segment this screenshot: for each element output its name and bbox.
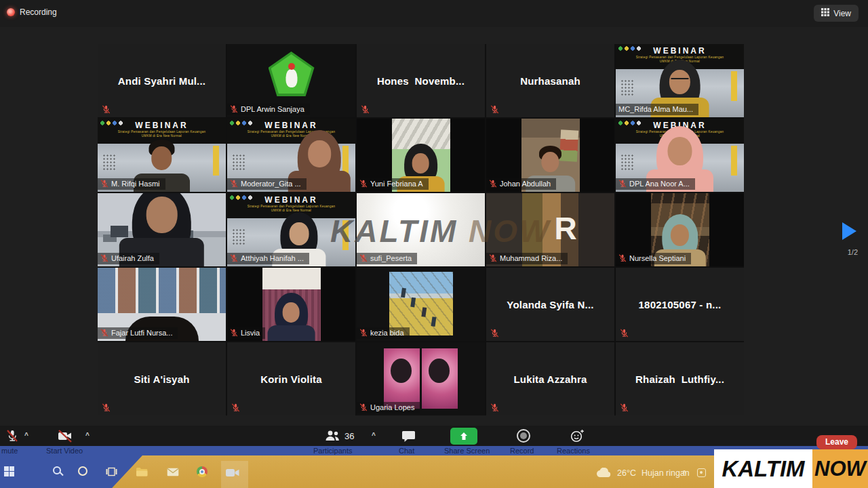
windows-logo-icon [4, 466, 14, 476]
participant-nameplate: Johan Abdullah [486, 178, 556, 190]
view-button[interactable]: View [814, 5, 859, 22]
participant-tile[interactable]: Nurhasanah [486, 44, 614, 117]
leave-button[interactable]: Leave [816, 435, 857, 449]
participant-nameplate: kezia bida [357, 327, 410, 339]
task-view-button[interactable] [106, 467, 117, 476]
participant-name: Lukita Azzahra [486, 342, 614, 415]
participant-tile[interactable]: WEBINAR Strategi Pemasaran dan Pengelola… [227, 119, 355, 192]
participant-tile[interactable]: Ufairah Zulfa [98, 193, 226, 266]
record-icon [517, 429, 530, 443]
tray-display-icon [697, 468, 706, 477]
muted-mic-icon [230, 254, 238, 262]
share-screen-button[interactable] [450, 428, 477, 445]
file-explorer-button[interactable] [136, 467, 148, 476]
meeting-topbar: Recording View [0, 0, 868, 27]
mail-button[interactable] [167, 468, 179, 476]
share-arrow-icon [459, 432, 469, 441]
tray-icon-button[interactable] [697, 468, 706, 477]
next-page-arrow[interactable] [842, 222, 856, 240]
record-button[interactable] [517, 429, 530, 443]
participant-tile[interactable]: Lukita Azzahra [486, 342, 614, 415]
participant-nameplate: M. Rifqi Hasmi [98, 178, 165, 190]
cortana-button[interactable] [78, 466, 87, 476]
participant-nameplate: Lisvia [227, 327, 265, 339]
participant-tile[interactable]: Nursella Septiani [616, 193, 744, 266]
webinar-dot-decor [620, 79, 634, 97]
participant-tile[interactable]: 1802105067 - n... [616, 268, 744, 341]
zoom-toolbar: ^ ^ 36 ^ 2 [0, 426, 868, 446]
mute-label: mute [1, 447, 18, 455]
participant-name: M. Rifqi Hasmi [111, 180, 160, 188]
participant-tile[interactable]: Hones Novemb... [357, 44, 485, 117]
task-view-icon [106, 467, 117, 476]
profile-photo [357, 348, 485, 409]
participants-label: Participants [313, 447, 352, 455]
participant-tile[interactable]: Johan Abdullah [486, 119, 614, 192]
participant-name: Atthiyah Hanifah ... [241, 254, 304, 262]
video-options-chevron[interactable]: ^ [85, 432, 90, 439]
participant-tile[interactable]: WEBINAR Strategi Pemasaran dan Pengelola… [616, 44, 744, 117]
participant-tile[interactable]: Andi Syahri Mul... [98, 44, 226, 117]
webinar-dot-decor [232, 228, 245, 246]
participant-name: Muhammad Riza... [500, 254, 562, 262]
muted-mic-icon [618, 254, 627, 262]
grid-view-icon [821, 8, 829, 18]
participant-tile[interactable]: Yolanda Syifa N... [486, 268, 614, 341]
mic-options-chevron[interactable]: ^ [24, 432, 28, 439]
muted-mic-icon [100, 329, 108, 337]
participant-tile[interactable]: DPL Arwin Sanjaya [227, 44, 355, 117]
reactions-label: Reactions [557, 447, 590, 455]
muted-mic-icon [618, 180, 627, 188]
reactions-button[interactable] [570, 428, 585, 443]
muted-mic-icon [361, 104, 370, 113]
muted-mic-icon [359, 254, 368, 262]
participant-name: MC_Rifda Alma Mau... [618, 105, 693, 113]
participant-tile[interactable]: sufi_Peserta [357, 193, 485, 266]
participant-tile[interactable]: WEBINAR Strategi Pemasaran dan Pengelola… [616, 119, 744, 192]
participant-tile[interactable]: Rhaizah Luthfiy... [616, 342, 744, 415]
participant-nameplate: Muhammad Riza... [486, 253, 568, 264]
participant-tile[interactable]: WEBINAR Strategi Pemasaran dan Pengelola… [98, 119, 226, 192]
cloud-icon [595, 468, 612, 478]
participant-tile[interactable]: Fajar Lutfi Nursa... [98, 268, 226, 341]
participant-name: Yuni Febriana A [370, 180, 423, 188]
participant-tile[interactable]: Lisvia [227, 268, 355, 341]
chat-icon [401, 430, 416, 443]
taskbar-search-button[interactable] [53, 466, 61, 474]
chrome-button[interactable] [197, 466, 208, 477]
windows-start-button[interactable] [4, 466, 14, 476]
webinar-dot-decor [620, 154, 634, 171]
reactions-smiley-icon [570, 428, 585, 443]
participant-name: Andi Syahri Mul... [98, 44, 226, 117]
muted-mic-icon [359, 329, 368, 337]
muted-mic-icon [489, 180, 497, 188]
participant-tile[interactable]: Siti A'isyah [98, 342, 226, 415]
participant-name: Ugaria Lopes [370, 403, 414, 411]
start-video-label: Start Video [46, 447, 83, 455]
unmute-button[interactable] [5, 429, 19, 443]
webinar-dot-decor [232, 154, 245, 171]
participant-tile[interactable]: Korin Violita [227, 342, 355, 415]
search-icon [53, 466, 61, 474]
page-indicator: 1/2 [848, 248, 858, 256]
participant-name: sufi_Peserta [370, 254, 412, 262]
now-logo-gold-box: NOW [812, 449, 868, 488]
participants-chevron[interactable]: ^ [372, 432, 376, 439]
participant-tile[interactable]: R Muhammad Riza... [486, 193, 614, 266]
start-video-button[interactable] [57, 429, 73, 443]
webinar-logos [229, 120, 255, 126]
tray-expand-chevron[interactable]: ^ [682, 469, 686, 477]
camera-app-button[interactable] [225, 468, 240, 478]
weather-temp: 26°C [617, 468, 636, 478]
muted-mic-icon [359, 403, 368, 411]
participant-tile[interactable]: Yuni Febriana A [357, 119, 485, 192]
participant-name: Nursella Septiani [629, 254, 686, 262]
participant-grid: Andi Syahri Mul... DPL Arwin SanjayaHone… [98, 44, 744, 415]
participant-tile[interactable]: kezia bida [357, 268, 485, 341]
profile-photo [389, 272, 453, 336]
participants-button[interactable]: 36 [324, 430, 354, 442]
taskbar-weather[interactable]: 26°C Hujan ringan [595, 468, 690, 478]
university-logo [269, 52, 315, 96]
participant-tile[interactable]: Ugaria Lopes [357, 342, 485, 415]
participant-tile[interactable]: WEBINAR Strategi Pemasaran dan Pengelola… [227, 193, 355, 266]
